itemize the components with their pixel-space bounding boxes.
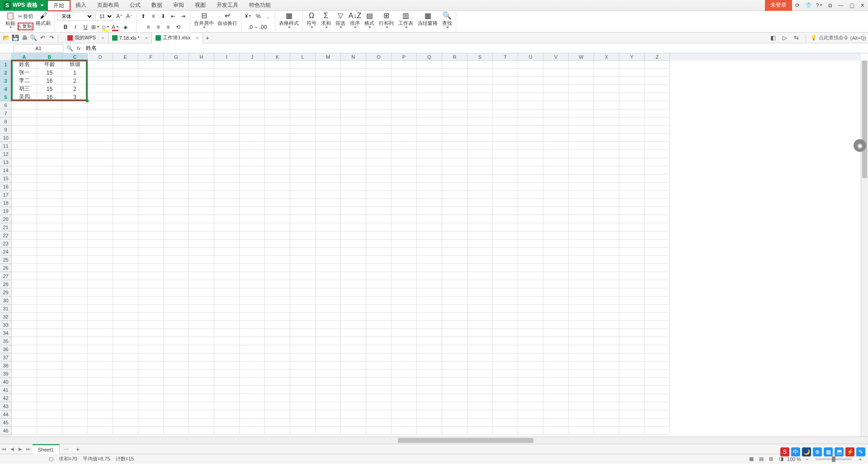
cell-I29[interactable]: [214, 288, 240, 296]
cell-W9[interactable]: [569, 126, 594, 134]
cell-N35[interactable]: [341, 337, 366, 345]
cell-W38[interactable]: [569, 362, 594, 370]
cell-L26[interactable]: [290, 264, 316, 272]
cell-H33[interactable]: [189, 321, 214, 329]
cell-U34[interactable]: [518, 329, 543, 337]
cell-N7[interactable]: [341, 109, 366, 118]
cell-D41[interactable]: [88, 386, 113, 394]
cell-Z7[interactable]: [645, 109, 670, 118]
sheet-tab-sheet1[interactable]: Sheet1: [33, 444, 60, 454]
cell-J30[interactable]: [240, 296, 265, 305]
cell-R10[interactable]: [442, 134, 467, 142]
cell-Q10[interactable]: [417, 134, 442, 142]
increase-decimal-icon[interactable]: .0→: [249, 23, 257, 31]
cell-R37[interactable]: [442, 353, 467, 362]
cell-X12[interactable]: [594, 150, 619, 158]
cell-Q5[interactable]: [417, 93, 442, 101]
row-header-30[interactable]: 30: [0, 296, 12, 305]
cell-N6[interactable]: [341, 101, 366, 109]
cell-A9[interactable]: [12, 126, 37, 134]
cell-F14[interactable]: [138, 166, 164, 174]
cell-W44[interactable]: [569, 410, 594, 418]
cell-D23[interactable]: [88, 240, 113, 248]
cell-V21[interactable]: [543, 223, 569, 231]
clear-format-icon[interactable]: ◈: [121, 23, 129, 31]
cell-N31[interactable]: [341, 305, 366, 313]
cell-I44[interactable]: [214, 410, 240, 418]
cell-L30[interactable]: [290, 296, 316, 305]
cell-X39[interactable]: [594, 370, 619, 378]
cell-G29[interactable]: [164, 288, 189, 296]
cell-R41[interactable]: [442, 386, 467, 394]
cell-G8[interactable]: [164, 118, 189, 126]
col-header-F[interactable]: F: [138, 53, 164, 61]
cell-I32[interactable]: [214, 313, 240, 321]
cell-W14[interactable]: [569, 166, 594, 174]
cell-G5[interactable]: [164, 93, 189, 101]
cell-O21[interactable]: [366, 223, 392, 231]
cell-F17[interactable]: [138, 191, 164, 199]
cell-O2[interactable]: [366, 69, 392, 77]
cell-E18[interactable]: [113, 199, 138, 207]
cell-X17[interactable]: [594, 191, 619, 199]
cell-B10[interactable]: [37, 134, 62, 142]
cell-M41[interactable]: [316, 386, 341, 394]
row-header-44[interactable]: 44: [0, 410, 12, 418]
cell-F30[interactable]: [138, 296, 164, 305]
cell-D16[interactable]: [88, 183, 113, 191]
cell-U17[interactable]: [518, 191, 543, 199]
cell-M5[interactable]: [316, 93, 341, 101]
cell-Z9[interactable]: [645, 126, 670, 134]
cell-A16[interactable]: [12, 183, 37, 191]
cell-P36[interactable]: [392, 345, 417, 353]
cell-A6[interactable]: [12, 101, 37, 109]
cell-Y44[interactable]: [619, 410, 645, 418]
cell-D2[interactable]: [88, 69, 113, 77]
cell-I22[interactable]: [214, 231, 240, 240]
cell-Q24[interactable]: [417, 248, 442, 256]
cell-Y20[interactable]: [619, 215, 645, 223]
cell-H22[interactable]: [189, 231, 214, 240]
cell-H23[interactable]: [189, 240, 214, 248]
cell-E23[interactable]: [113, 240, 138, 248]
cell-J41[interactable]: [240, 386, 265, 394]
cell-J15[interactable]: [240, 174, 265, 183]
cell-C37[interactable]: [62, 353, 88, 362]
cell-T43[interactable]: [493, 402, 518, 410]
cell-I9[interactable]: [214, 126, 240, 134]
cell-Q14[interactable]: [417, 166, 442, 174]
cell-G1[interactable]: [164, 61, 189, 69]
cell-U1[interactable]: [518, 61, 543, 69]
format-button[interactable]: ▤格式: [363, 12, 375, 28]
cell-B15[interactable]: [37, 174, 62, 183]
cell-K34[interactable]: [265, 329, 290, 337]
cell-X11[interactable]: [594, 142, 619, 150]
cell-F22[interactable]: [138, 231, 164, 240]
cell-P13[interactable]: [392, 158, 417, 166]
row-header-20[interactable]: 20: [0, 215, 12, 223]
cell-Z29[interactable]: [645, 288, 670, 296]
cell-G46[interactable]: [164, 427, 189, 435]
cell-S43[interactable]: [467, 402, 493, 410]
cell-Q23[interactable]: [417, 240, 442, 248]
cell-M20[interactable]: [316, 215, 341, 223]
cell-U5[interactable]: [518, 93, 543, 101]
cell-V40[interactable]: [543, 378, 569, 386]
cell-H21[interactable]: [189, 223, 214, 231]
row-header-26[interactable]: 26: [0, 264, 12, 272]
merge-center-button[interactable]: ⊟ 合并居中: [193, 12, 215, 28]
cell-R26[interactable]: [442, 264, 467, 272]
cell-V15[interactable]: [543, 174, 569, 183]
cell-S20[interactable]: [467, 215, 493, 223]
cell-U14[interactable]: [518, 166, 543, 174]
cell-I18[interactable]: [214, 199, 240, 207]
cell-R28[interactable]: [442, 280, 467, 288]
cell-N40[interactable]: [341, 378, 366, 386]
cell-K27[interactable]: [265, 272, 290, 280]
cell-N46[interactable]: [341, 427, 366, 435]
cell-G39[interactable]: [164, 370, 189, 378]
cell-R25[interactable]: [442, 256, 467, 264]
cell-E6[interactable]: [113, 101, 138, 109]
cell-Y42[interactable]: [619, 394, 645, 402]
cell-P41[interactable]: [392, 386, 417, 394]
